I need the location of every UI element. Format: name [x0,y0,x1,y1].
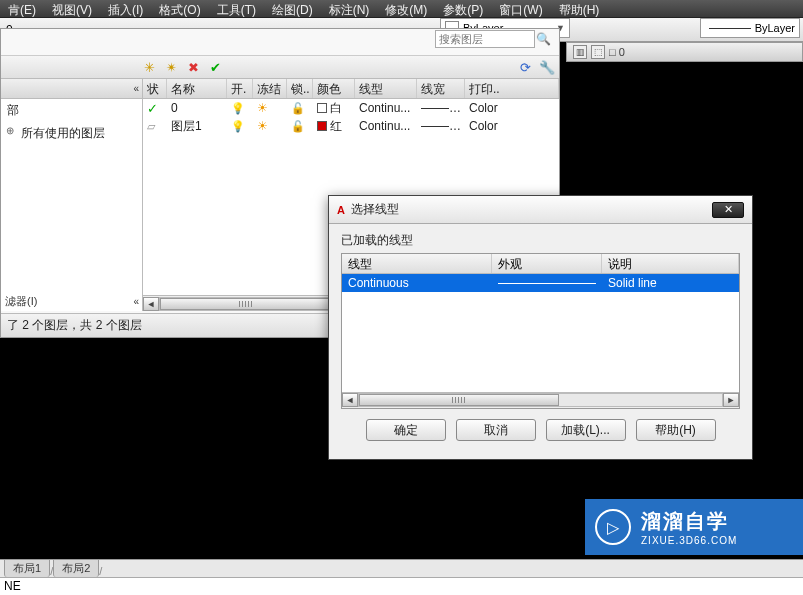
lock-open-icon[interactable]: 🔓 [291,102,305,114]
color-swatch-icon[interactable] [317,121,327,131]
scroll-left-icon[interactable]: ◄ [342,393,358,407]
menu-item[interactable]: 修改(M) [377,0,435,17]
color-name: 白 [330,101,342,115]
dialog-titlebar[interactable]: A 选择线型 ✕ [329,196,752,224]
plot-cell: Color [465,119,559,133]
watermark-url: ZIXUE.3D66.COM [641,535,737,546]
linetype-desc: Solid line [602,276,739,290]
layer-row[interactable]: ✓ 0 💡 ☀ 🔓 白 Continu... 默认 Color [143,99,559,117]
watermark-title: 溜溜自学 [641,508,737,535]
close-button[interactable]: ✕ [712,202,744,218]
lineweight-icon [421,108,449,109]
linetype-row-selected[interactable]: Continuous Solid line [342,274,739,292]
col-linetype[interactable]: 线型 [355,79,417,98]
layer-indicator: □ 0 [609,46,625,58]
tree-root[interactable]: 部 [1,99,142,122]
menu-item[interactable]: 标注(N) [321,0,378,17]
menu-item[interactable]: 工具(T) [209,0,264,17]
menu-item[interactable]: 窗口(W) [491,0,550,17]
load-button[interactable]: 加载(L)... [546,419,626,441]
bylayer2-label: ByLayer [755,22,795,34]
sun-icon[interactable]: ☀ [257,119,268,133]
scroll-left-icon[interactable]: ◄ [143,297,159,311]
lineweight-icon [421,126,449,127]
col-color[interactable]: 颜色 [313,79,355,98]
menu-item[interactable]: 肯(E) [0,0,44,17]
menu-item[interactable]: 插入(I) [100,0,151,17]
col-description[interactable]: 说明 [602,254,739,273]
dialog-title: 选择线型 [351,201,399,218]
line-sample-icon [709,28,751,29]
menu-item[interactable]: 帮助(H) [551,0,608,17]
collapse-icon[interactable]: « [133,296,138,307]
tab-layout2[interactable]: 布局2 [53,559,99,577]
delete-layer-icon[interactable]: ✖ [185,59,201,75]
tab-layout1[interactable]: 布局1 [4,559,50,577]
lock-open-icon[interactable]: 🔓 [291,120,305,132]
scroll-thumb[interactable] [359,394,559,406]
bulb-icon[interactable]: 💡 [231,102,245,114]
search-icon[interactable]: 🔍 [535,31,551,47]
horizontal-scrollbar[interactable]: ◄ ► [342,392,739,408]
sun-icon[interactable]: ☀ [257,101,268,115]
select-linetype-dialog: A 选择线型 ✕ 已加载的线型 线型 外观 说明 Continuous Soli… [328,195,753,460]
col-lineweight[interactable]: 线宽 [417,79,465,98]
app-icon: A [337,204,345,216]
menubar: 肯(E) 视图(V) 插入(I) 格式(O) 工具(T) 绘图(D) 标注(N)… [0,0,803,18]
scroll-thumb[interactable] [160,298,332,310]
set-current-icon[interactable]: ✔ [207,59,223,75]
settings-icon[interactable]: 🔧 [539,59,555,75]
tree-child[interactable]: 所有使用的图层 [1,122,142,145]
search-input[interactable] [435,30,535,48]
cancel-button[interactable]: 取消 [456,419,536,441]
linetype-cell[interactable]: Continu... [355,101,417,115]
bulb-icon[interactable]: 💡 [231,120,245,132]
linetype-name: Continuous [342,276,492,290]
play-icon: ▷ [595,509,631,545]
layer-name: 0 [167,101,227,115]
check-icon: ✓ [147,101,158,116]
layer-name: 图层1 [167,118,227,135]
col-freeze[interactable]: 冻结 [253,79,287,98]
menu-item[interactable]: 格式(O) [151,0,208,17]
tool-icon[interactable]: ⬚ [591,45,605,59]
new-layer-icon[interactable]: ✳ [141,59,157,75]
new-layer-vpfreeze-icon[interactable]: ✴ [163,59,179,75]
menu-item[interactable]: 参数(P) [435,0,491,17]
plot-cell: Color [465,101,559,115]
col-on[interactable]: 开. [227,79,253,98]
menu-item[interactable]: 视图(V) [44,0,100,17]
layer-row[interactable]: ▱ 图层1 💡 ☀ 🔓 红 Continu... 默认 Color [143,117,559,135]
color-name: 红 [330,119,342,133]
help-button[interactable]: 帮助(H) [636,419,716,441]
collapse-icon[interactable]: « [133,83,138,94]
linetype-cell[interactable]: Continu... [355,119,417,133]
col-appearance[interactable]: 外观 [492,254,602,273]
filter-tree: « 部 所有使用的图层 滤器(I) « [1,79,143,311]
menu-item[interactable]: 绘图(D) [264,0,321,17]
grid-header: 状 名称 开. 冻结 锁.. 颜色 线型 线宽 打印.. [143,79,559,99]
filter-label: 滤器(I) [5,294,37,309]
linetype-preview-icon [498,283,596,284]
col-name[interactable]: 名称 [167,79,227,98]
command-line[interactable]: NE [0,577,803,595]
layer-toolbar: ✳ ✴ ✖ ✔ ⟳ 🔧 [1,55,559,79]
ok-button[interactable]: 确定 [366,419,446,441]
layout-tabs: 布局1 / 布局2 / [0,559,803,577]
lineweight-bylayer-dropdown[interactable]: ByLayer [700,18,800,38]
refresh-icon[interactable]: ⟳ [517,59,533,75]
layer-icon: ▱ [147,120,155,132]
tool-icon[interactable]: ▥ [573,45,587,59]
loaded-linetypes-label: 已加载的线型 [341,232,740,249]
col-linetype[interactable]: 线型 [342,254,492,273]
col-lock[interactable]: 锁.. [287,79,313,98]
col-stat[interactable]: 状 [143,79,167,98]
color-swatch-icon[interactable] [317,103,327,113]
secondary-toolbar: ▥ ⬚ □ 0 [566,42,803,62]
col-plot[interactable]: 打印.. [465,79,559,98]
watermark: ▷ 溜溜自学 ZIXUE.3D66.COM [585,499,803,555]
linetype-listbox: 线型 外观 说明 Continuous Solid line ◄ ► [341,253,740,409]
scroll-right-icon[interactable]: ► [723,393,739,407]
